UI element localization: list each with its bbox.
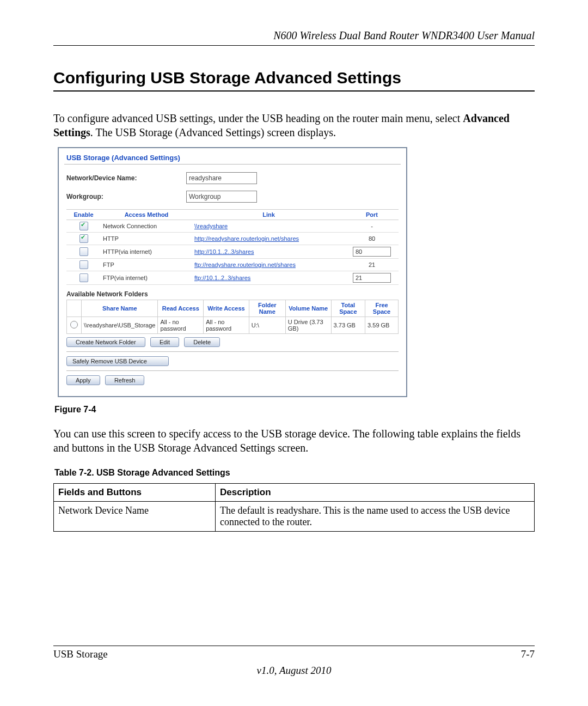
section-heading: Configuring USB Storage Advanced Setting… <box>53 69 535 87</box>
table-row: FTP(via internet) ftp://10.1..2..3/share… <box>66 271 399 285</box>
method-cell: FTP(via internet) <box>101 271 192 285</box>
method-cell: HTTP <box>101 233 192 245</box>
method-cell: Network Connection <box>101 220 192 233</box>
enable-checkbox[interactable] <box>79 234 88 243</box>
fcol-free: Free Space <box>365 300 399 317</box>
table-row: Network Device Name The default is ready… <box>54 502 535 532</box>
spec-h1: Fields and Buttons <box>54 484 216 502</box>
table-row: Network Connection \\readyshare - <box>66 220 399 233</box>
col-enable: Enable <box>66 210 101 220</box>
page-footer: USB Storage 7-7 v1.0, August 2010 <box>53 646 535 677</box>
workgroup-row: Workgroup: <box>66 191 399 203</box>
remove-row: Safely Remove USB Device <box>66 356 399 366</box>
folder-cell: U:\ <box>249 317 285 334</box>
panel-sep-2 <box>66 351 399 352</box>
after-figure-paragraph: You can use this screen to specify acces… <box>53 427 535 455</box>
network-name-input[interactable] <box>186 172 257 184</box>
spec-r1c1: Network Device Name <box>54 502 216 532</box>
table-caption: Table 7-2. USB Storage Advanced Settings <box>54 468 535 478</box>
delete-button[interactable]: Delete <box>184 337 220 347</box>
read-cell: All - no password <box>158 317 204 334</box>
folder-buttons: Create Network Folder Edit Delete <box>66 337 399 347</box>
edit-button[interactable]: Edit <box>150 337 179 347</box>
total-cell: 3.73 GB <box>331 317 365 334</box>
intro-text-2: . The USB Storage (Advanced Settings) sc… <box>90 126 336 138</box>
folders-label: Available Network Folders <box>66 290 399 298</box>
create-folder-button[interactable]: Create Network Folder <box>66 337 145 347</box>
method-cell: FTP <box>101 259 192 271</box>
workgroup-label: Workgroup: <box>66 193 186 200</box>
intro-paragraph: To configure advanced USB settings, unde… <box>53 111 535 139</box>
safely-remove-button[interactable]: Safely Remove USB Device <box>66 356 169 366</box>
heading-rule <box>53 90 535 92</box>
port-cell: 21 <box>345 259 399 271</box>
footer-left: USB Storage <box>53 648 108 660</box>
running-header: N600 Wireless Dual Band Router WNDR3400 … <box>53 29 535 42</box>
network-name-label: Network/Device Name: <box>66 174 186 182</box>
link-cell[interactable]: ftp://readyshare.routerlogin.net/shares <box>194 261 296 268</box>
access-methods-table: Enable Access Method Link Port Network C… <box>66 209 399 285</box>
table-row: \\readyshare\USB_Storage All - no passwo… <box>67 317 399 334</box>
refresh-button[interactable]: Refresh <box>105 375 145 385</box>
link-cell[interactable]: http://10.1..2..3/shares <box>194 248 254 255</box>
col-link: Link <box>192 210 345 220</box>
port-input[interactable] <box>353 273 391 283</box>
enable-checkbox[interactable] <box>79 222 88 230</box>
bottom-buttons: Apply Refresh <box>66 375 399 385</box>
link-cell[interactable]: \\readyshare <box>194 223 228 229</box>
volume-cell: U Drive (3.73 GB) <box>285 317 331 334</box>
workgroup-input[interactable] <box>186 191 257 203</box>
share-cell: \\readyshare\USB_Storage <box>82 317 158 334</box>
port-cell: - <box>345 220 399 233</box>
col-method: Access Method <box>101 210 192 220</box>
select-radio[interactable] <box>70 321 78 328</box>
usb-settings-screenshot: USB Storage (Advanced Settings) Network/… <box>58 147 407 397</box>
link-cell[interactable]: http://readyshare.routerlogin.net/shares <box>194 235 299 242</box>
spec-h2: Description <box>216 484 535 502</box>
fcol-share: Share Name <box>82 300 158 317</box>
write-cell: All - no password <box>204 317 249 334</box>
enable-checkbox[interactable] <box>79 260 88 269</box>
footer-right: 7-7 <box>521 648 535 660</box>
free-cell: 3.59 GB <box>365 317 399 334</box>
network-name-row: Network/Device Name: <box>66 172 399 184</box>
enable-checkbox[interactable] <box>79 247 88 256</box>
table-row: HTTP(via internet) http://10.1..2..3/sha… <box>66 245 399 259</box>
apply-button[interactable]: Apply <box>66 375 100 385</box>
port-input[interactable] <box>353 247 391 257</box>
table-row: HTTP http://readyshare.routerlogin.net/s… <box>66 233 399 245</box>
method-cell: HTTP(via internet) <box>101 245 192 259</box>
link-cell[interactable]: ftp://10.1..2..3/shares <box>194 275 250 281</box>
panel-title: USB Storage (Advanced Settings) <box>66 154 399 162</box>
fcol-write: Write Access <box>204 300 249 317</box>
fcol-read: Read Access <box>158 300 204 317</box>
header-rule <box>53 45 535 46</box>
fcol-volume: Volume Name <box>285 300 331 317</box>
spec-r1c2: The default is readyshare. This is the n… <box>216 502 535 532</box>
spec-table: Fields and Buttons Description Network D… <box>53 483 535 532</box>
folders-table: Share Name Read Access Write Access Fold… <box>66 300 399 334</box>
panel-sep-3 <box>66 370 399 371</box>
intro-text-1: To configure advanced USB settings, unde… <box>53 112 463 124</box>
fcol-folder: Folder Name <box>249 300 285 317</box>
fcol-total: Total Space <box>331 300 365 317</box>
enable-checkbox[interactable] <box>79 273 88 282</box>
panel-sep <box>64 164 401 165</box>
figure-caption: Figure 7-4 <box>54 405 535 415</box>
footer-version: v1.0, August 2010 <box>53 665 535 677</box>
table-row: FTP ftp://readyshare.routerlogin.net/sha… <box>66 259 399 271</box>
port-cell: 80 <box>345 233 399 245</box>
col-port: Port <box>345 210 399 220</box>
footer-rule <box>53 646 535 646</box>
